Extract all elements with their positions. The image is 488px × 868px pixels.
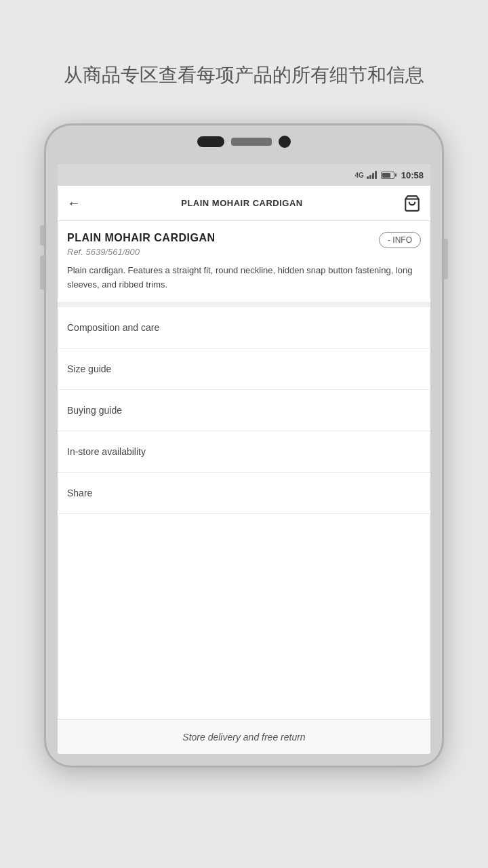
phone-mockup: 4G 10:58 ← PLAIN MOHAIR CARDIGAN [44, 123, 444, 768]
product-ref: Ref. 5639/561/800 [67, 247, 421, 257]
network-indicator: 4G [354, 172, 363, 179]
product-info-section: PLAIN MOHAIR CARDIGAN Ref. 5639/561/800 … [58, 221, 430, 307]
power-button [444, 239, 448, 279]
product-title: PLAIN MOHAIR CARDIGAN [67, 232, 421, 244]
signal-icon [367, 171, 377, 179]
phone-screen: 4G 10:58 ← PLAIN MOHAIR CARDIGAN [58, 164, 430, 754]
list-item-store-availability[interactable]: In-store availability [58, 431, 430, 473]
time-display: 10:58 [401, 170, 424, 180]
volume-button-2 [40, 256, 44, 290]
cart-icon[interactable] [403, 195, 421, 212]
camera-pill [197, 136, 224, 147]
battery-icon [381, 172, 394, 179]
list-item-buying-guide[interactable]: Buying guide [58, 390, 430, 431]
volume-button-1 [40, 225, 44, 245]
list-item-label: In-store availability [67, 446, 146, 457]
app-header: ← PLAIN MOHAIR CARDIGAN [58, 186, 430, 221]
bottom-bar[interactable]: Store delivery and free return [58, 719, 430, 754]
list-item-composition[interactable]: Composition and care [58, 307, 430, 349]
status-icons: 4G 10:58 [354, 170, 424, 180]
promo-text: 从商品专区查看每项产品的所有细节和信息 [9, 61, 479, 90]
list-item-size-guide[interactable]: Size guide [58, 349, 430, 390]
speaker-grille [231, 138, 272, 146]
header-title: PLAIN MOHAIR CARDIGAN [181, 198, 303, 208]
product-description: Plain cardigan. Features a straight fit,… [67, 264, 421, 292]
info-button[interactable]: - INFO [379, 232, 421, 248]
list-item-label: Size guide [67, 363, 111, 374]
product-details-list: Composition and care Size guide Buying g… [58, 307, 430, 719]
list-item-label: Share [67, 488, 92, 498]
list-item-label: Composition and care [67, 322, 159, 333]
status-bar: 4G 10:58 [58, 164, 430, 186]
battery-fill [382, 173, 391, 178]
list-item-share[interactable]: Share [58, 473, 430, 514]
list-item-label: Buying guide [67, 405, 122, 416]
bottom-bar-text: Store delivery and free return [182, 732, 305, 743]
phone-top-hardware [197, 136, 291, 148]
back-button[interactable]: ← [67, 195, 81, 211]
camera-dot [279, 136, 291, 148]
